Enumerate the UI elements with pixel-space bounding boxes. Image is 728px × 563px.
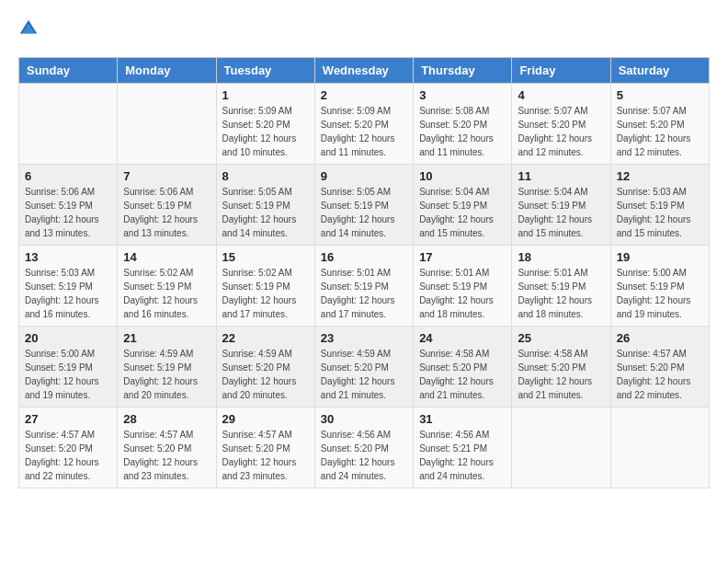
day-info: Sunrise: 5:02 AMSunset: 5:19 PMDaylight:…	[222, 266, 309, 321]
header-day-tuesday: Tuesday	[216, 58, 314, 84]
day-info: Sunrise: 4:57 AMSunset: 5:20 PMDaylight:…	[222, 428, 309, 483]
calendar-cell: 23 Sunrise: 4:59 AMSunset: 5:20 PMDaylig…	[314, 327, 413, 408]
header-day-monday: Monday	[118, 58, 216, 84]
day-info: Sunrise: 5:02 AMSunset: 5:19 PMDaylight:…	[123, 266, 210, 321]
day-number: 23	[321, 331, 407, 345]
calendar-table: SundayMondayTuesdayWednesdayThursdayFrid…	[18, 57, 710, 488]
day-number: 10	[419, 169, 506, 183]
day-info: Sunrise: 5:06 AMSunset: 5:19 PMDaylight:…	[123, 185, 210, 240]
day-number: 21	[123, 331, 210, 345]
day-info: Sunrise: 5:05 AMSunset: 5:19 PMDaylight:…	[222, 185, 309, 240]
day-number: 2	[321, 88, 407, 102]
header-day-thursday: Thursday	[414, 58, 512, 84]
day-info: Sunrise: 4:58 AMSunset: 5:20 PMDaylight:…	[419, 347, 506, 402]
header-day-saturday: Saturday	[610, 58, 709, 84]
calendar-cell: 7 Sunrise: 5:06 AMSunset: 5:19 PMDayligh…	[118, 165, 216, 246]
day-info: Sunrise: 4:57 AMSunset: 5:20 PMDaylight:…	[123, 428, 210, 483]
day-number: 25	[518, 331, 604, 345]
day-number: 14	[123, 250, 210, 264]
calendar-cell: 17 Sunrise: 5:01 AMSunset: 5:19 PMDaylig…	[414, 246, 512, 327]
day-number: 19	[617, 250, 703, 264]
day-info: Sunrise: 4:56 AMSunset: 5:20 PMDaylight:…	[321, 428, 407, 483]
day-number: 18	[518, 250, 604, 264]
day-info: Sunrise: 5:04 AMSunset: 5:19 PMDaylight:…	[419, 185, 506, 240]
day-number: 8	[222, 169, 309, 183]
logo-mark	[18, 18, 39, 42]
calendar-cell: 5 Sunrise: 5:07 AMSunset: 5:20 PMDayligh…	[610, 84, 709, 165]
calendar-cell	[512, 408, 610, 488]
day-number: 26	[617, 331, 703, 345]
day-number: 13	[25, 250, 111, 264]
calendar-cell: 27 Sunrise: 4:57 AMSunset: 5:20 PMDaylig…	[19, 408, 118, 488]
calendar-cell: 28 Sunrise: 4:57 AMSunset: 5:20 PMDaylig…	[118, 408, 216, 488]
day-number: 1	[222, 88, 309, 102]
day-number: 31	[419, 412, 506, 426]
header-day-wednesday: Wednesday	[314, 58, 413, 84]
day-number: 17	[419, 250, 506, 264]
calendar-cell: 26 Sunrise: 4:57 AMSunset: 5:20 PMDaylig…	[610, 327, 709, 408]
calendar-cell: 10 Sunrise: 5:04 AMSunset: 5:19 PMDaylig…	[414, 165, 512, 246]
day-info: Sunrise: 5:06 AMSunset: 5:19 PMDaylight:…	[25, 185, 111, 240]
day-number: 5	[617, 88, 703, 102]
calendar-cell: 3 Sunrise: 5:08 AMSunset: 5:20 PMDayligh…	[414, 84, 512, 165]
day-info: Sunrise: 4:59 AMSunset: 5:20 PMDaylight:…	[321, 347, 407, 402]
calendar-week-row: 6 Sunrise: 5:06 AMSunset: 5:19 PMDayligh…	[19, 165, 710, 246]
calendar-cell: 11 Sunrise: 5:04 AMSunset: 5:19 PMDaylig…	[512, 165, 610, 246]
day-number: 4	[518, 88, 604, 102]
day-number: 12	[617, 169, 703, 183]
calendar-cell: 30 Sunrise: 4:56 AMSunset: 5:20 PMDaylig…	[314, 408, 413, 488]
calendar-week-row: 20 Sunrise: 5:00 AMSunset: 5:19 PMDaylig…	[19, 327, 710, 408]
calendar-cell: 16 Sunrise: 5:01 AMSunset: 5:19 PMDaylig…	[314, 246, 413, 327]
day-info: Sunrise: 5:09 AMSunset: 5:20 PMDaylight:…	[321, 104, 407, 159]
calendar-week-row: 27 Sunrise: 4:57 AMSunset: 5:20 PMDaylig…	[19, 408, 710, 488]
calendar-cell: 8 Sunrise: 5:05 AMSunset: 5:19 PMDayligh…	[216, 165, 314, 246]
calendar-cell: 20 Sunrise: 5:00 AMSunset: 5:19 PMDaylig…	[19, 327, 118, 408]
day-info: Sunrise: 5:00 AMSunset: 5:19 PMDaylight:…	[25, 347, 111, 402]
day-number: 30	[321, 412, 407, 426]
day-number: 9	[321, 169, 407, 183]
calendar-cell: 29 Sunrise: 4:57 AMSunset: 5:20 PMDaylig…	[216, 408, 314, 488]
day-number: 29	[222, 412, 309, 426]
day-info: Sunrise: 5:03 AMSunset: 5:19 PMDaylight:…	[25, 266, 111, 321]
day-info: Sunrise: 4:59 AMSunset: 5:19 PMDaylight:…	[123, 347, 210, 402]
calendar-cell: 19 Sunrise: 5:00 AMSunset: 5:19 PMDaylig…	[610, 246, 709, 327]
calendar-cell: 25 Sunrise: 4:58 AMSunset: 5:20 PMDaylig…	[512, 327, 610, 408]
calendar-cell: 24 Sunrise: 4:58 AMSunset: 5:20 PMDaylig…	[414, 327, 512, 408]
calendar-cell: 2 Sunrise: 5:09 AMSunset: 5:20 PMDayligh…	[314, 84, 413, 165]
day-info: Sunrise: 5:03 AMSunset: 5:19 PMDaylight:…	[617, 185, 703, 240]
calendar-cell: 31 Sunrise: 4:56 AMSunset: 5:21 PMDaylig…	[414, 408, 512, 488]
day-number: 11	[518, 169, 604, 183]
calendar-cell: 9 Sunrise: 5:05 AMSunset: 5:19 PMDayligh…	[314, 165, 413, 246]
calendar-week-row: 1 Sunrise: 5:09 AMSunset: 5:20 PMDayligh…	[19, 84, 710, 165]
day-info: Sunrise: 4:59 AMSunset: 5:20 PMDaylight:…	[222, 347, 309, 402]
day-info: Sunrise: 5:05 AMSunset: 5:19 PMDaylight:…	[321, 185, 407, 240]
day-number: 3	[419, 88, 506, 102]
calendar-cell: 22 Sunrise: 4:59 AMSunset: 5:20 PMDaylig…	[216, 327, 314, 408]
header-day-sunday: Sunday	[19, 58, 118, 84]
calendar-cell: 14 Sunrise: 5:02 AMSunset: 5:19 PMDaylig…	[118, 246, 216, 327]
calendar-cell	[610, 408, 709, 488]
day-number: 6	[25, 169, 111, 183]
day-info: Sunrise: 5:01 AMSunset: 5:19 PMDaylight:…	[321, 266, 407, 321]
calendar-cell: 1 Sunrise: 5:09 AMSunset: 5:20 PMDayligh…	[216, 84, 314, 165]
day-number: 22	[222, 331, 309, 345]
calendar-cell	[19, 84, 118, 165]
day-number: 20	[25, 331, 111, 345]
day-info: Sunrise: 4:57 AMSunset: 5:20 PMDaylight:…	[25, 428, 111, 483]
calendar-cell: 6 Sunrise: 5:06 AMSunset: 5:19 PMDayligh…	[19, 165, 118, 246]
day-number: 15	[222, 250, 309, 264]
day-info: Sunrise: 4:58 AMSunset: 5:20 PMDaylight:…	[518, 347, 604, 402]
day-info: Sunrise: 5:01 AMSunset: 5:19 PMDaylight:…	[518, 266, 604, 321]
logo	[18, 18, 42, 42]
day-info: Sunrise: 5:07 AMSunset: 5:20 PMDaylight:…	[617, 104, 703, 159]
day-number: 24	[419, 331, 506, 345]
day-info: Sunrise: 4:57 AMSunset: 5:20 PMDaylight:…	[617, 347, 703, 402]
calendar-header-row: SundayMondayTuesdayWednesdayThursdayFrid…	[19, 58, 710, 84]
day-info: Sunrise: 5:09 AMSunset: 5:20 PMDaylight:…	[222, 104, 309, 159]
day-info: Sunrise: 4:56 AMSunset: 5:21 PMDaylight:…	[419, 428, 506, 483]
calendar-cell: 4 Sunrise: 5:07 AMSunset: 5:20 PMDayligh…	[512, 84, 610, 165]
day-number: 28	[123, 412, 210, 426]
day-number: 27	[25, 412, 111, 426]
calendar-cell: 18 Sunrise: 5:01 AMSunset: 5:19 PMDaylig…	[512, 246, 610, 327]
calendar-week-row: 13 Sunrise: 5:03 AMSunset: 5:19 PMDaylig…	[19, 246, 710, 327]
